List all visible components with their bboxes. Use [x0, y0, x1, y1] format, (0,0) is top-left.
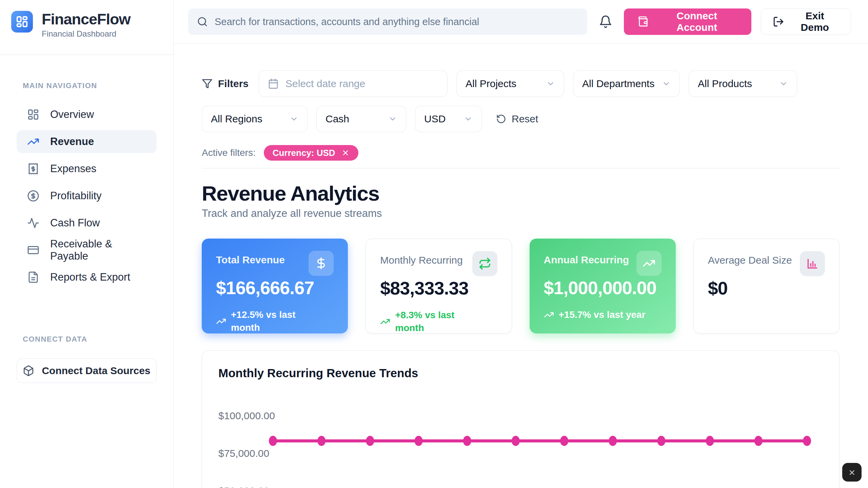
sidebar-item-expenses[interactable]: Expenses [17, 157, 157, 180]
sidebar-item-receivable-payable[interactable]: Receivable & Payable [17, 239, 157, 262]
kpi-delta: +8.3% vs last month [380, 309, 497, 334]
products-select[interactable]: All Products [689, 70, 797, 97]
kpi-value: $166,666.67 [216, 277, 334, 298]
trending-up-icon [544, 310, 554, 320]
sidebar-item-label: Expenses [50, 163, 96, 175]
reset-filters-button[interactable]: Reset [496, 113, 538, 125]
bar-chart-icon [800, 251, 825, 276]
app-name: FinanceFlow [42, 11, 131, 28]
active-filters-label: Active filters: [202, 147, 256, 158]
trending-up-icon [380, 317, 390, 327]
sidebar-item-label: Receivable & Payable [50, 238, 146, 262]
y-axis-tick: $50,000.00 [218, 486, 268, 488]
sidebar: FinanceFlow Financial Dashboard MAIN NAV… [0, 0, 174, 488]
cash-basis-select[interactable]: Cash [316, 106, 406, 132]
connect-data-label: CONNECT DATA [23, 335, 87, 344]
layout-dashboard-icon [27, 108, 39, 121]
page-subtitle: Track and analyze all revenue streams [202, 207, 840, 220]
sidebar-item-overview[interactable]: Overview [17, 103, 157, 126]
sidebar-item-revenue[interactable]: Revenue [17, 130, 157, 153]
active-filters-row: Active filters: Currency: USD [202, 145, 840, 161]
kpi-delta: +15.7% vs last year [544, 308, 662, 321]
y-axis-tick: $100,000.00 [218, 411, 268, 421]
chevron-down-icon [290, 115, 298, 123]
app-tagline: Financial Dashboard [42, 29, 131, 39]
credit-card-icon [27, 244, 39, 256]
sidebar-item-reports-export[interactable]: Reports & Export [17, 266, 157, 289]
chart-title: Monthly Recurring Revenue Trends [218, 366, 823, 380]
wallet-icon [637, 16, 649, 27]
kpi-delta: +12.5% vs last month [216, 308, 334, 334]
kpi-grid: Total Revenue $166,666.67 +12.5% vs last… [202, 239, 840, 333]
kpi-title: Average Deal Size [708, 252, 792, 266]
section-divider [202, 168, 840, 168]
trending-up-icon [636, 251, 662, 276]
sidebar-item-profitability[interactable]: Profitability [17, 184, 157, 207]
sidebar-item-label: Overview [50, 108, 94, 121]
search-input[interactable] [215, 16, 578, 27]
main-content: Filters Select date range All Projects A… [174, 44, 868, 488]
filter-funnel-icon [202, 78, 213, 89]
notifications-button[interactable] [597, 13, 614, 30]
bell-icon [599, 15, 612, 28]
chevron-down-icon [779, 79, 788, 88]
close-icon[interactable] [341, 149, 350, 157]
mrr-trends-chart-card: Monthly Recurring Revenue Trends $100,00… [202, 350, 840, 488]
search-bar[interactable] [188, 8, 587, 35]
logo-block: FinanceFlow Financial Dashboard [0, 0, 173, 55]
filters-row-1: Filters Select date range All Projects A… [202, 70, 840, 97]
filters-title: Filters [202, 78, 249, 89]
layout-dashboard-icon [16, 15, 28, 28]
chevron-down-icon [546, 79, 555, 88]
activity-icon [27, 217, 39, 229]
kpi-card-monthly-recurring: Monthly Recurring $83,333.33 +8.3% vs la… [366, 239, 512, 333]
kpi-value: $0 [708, 278, 825, 299]
page-title: Revenue Analytics [202, 181, 840, 205]
connect-data-sources-label: Connect Data Sources [42, 365, 150, 377]
log-out-icon [773, 16, 784, 27]
top-bar: Connect Account Exit Demo [174, 0, 868, 44]
kpi-value: $1,000,000.00 [544, 277, 662, 298]
rotate-ccw-icon [496, 114, 506, 124]
sidebar-item-cash-flow[interactable]: Cash Flow [17, 211, 157, 235]
exit-demo-label: Exit Demo [790, 10, 839, 33]
active-filter-badge-currency[interactable]: Currency: USD [264, 145, 358, 161]
y-axis-tick: $75,000.00 [218, 448, 268, 459]
receipt-icon [27, 163, 39, 175]
cube-icon [23, 365, 34, 377]
app-logo [11, 11, 33, 33]
projects-select[interactable]: All Projects [456, 70, 564, 97]
connect-data-sources-button[interactable]: Connect Data Sources [17, 359, 157, 383]
kpi-card-total-revenue: Total Revenue $166,666.67 +12.5% vs last… [202, 239, 348, 333]
line-series [269, 402, 823, 488]
trending-up-icon [27, 136, 39, 148]
chevron-down-icon [662, 79, 671, 88]
departments-select[interactable]: All Departments [573, 70, 680, 97]
main-navigation-label: MAIN NAVIGATION [23, 81, 173, 90]
kpi-value: $83,333.33 [380, 278, 497, 299]
exit-demo-button[interactable]: Exit Demo [761, 8, 851, 35]
dollar-sign-icon [309, 251, 334, 276]
calendar-icon [268, 78, 279, 89]
sidebar-item-label: Profitability [50, 190, 102, 202]
floating-close-button[interactable]: × [842, 463, 862, 482]
currency-select[interactable]: USD [415, 106, 482, 132]
connect-account-label: Connect Account [656, 10, 738, 33]
search-icon [197, 16, 208, 27]
kpi-card-annual-recurring: Annual Recurring $1,000,000.00 +15.7% vs… [530, 239, 676, 333]
date-range-placeholder: Select date range [285, 78, 365, 89]
sidebar-item-label: Cash Flow [50, 217, 100, 229]
chevron-down-icon [388, 115, 397, 123]
regions-select[interactable]: All Regions [202, 106, 308, 132]
main-navigation: Overview Revenue Expenses Profitability … [17, 103, 157, 289]
chevron-down-icon [464, 115, 473, 123]
date-range-input[interactable]: Select date range [259, 70, 448, 97]
connect-account-button[interactable]: Connect Account [624, 8, 751, 35]
kpi-title: Annual Recurring [544, 252, 629, 266]
kpi-title: Monthly Recurring [380, 252, 462, 266]
mrr-line-chart: $100,000.00 $75,000.00 $50,000.00 [218, 402, 823, 488]
kpi-title: Total Revenue [216, 252, 285, 266]
filters-row-2: All Regions Cash USD Reset [202, 106, 840, 132]
sidebar-item-label: Revenue [50, 136, 94, 148]
trending-up-icon [216, 316, 226, 326]
